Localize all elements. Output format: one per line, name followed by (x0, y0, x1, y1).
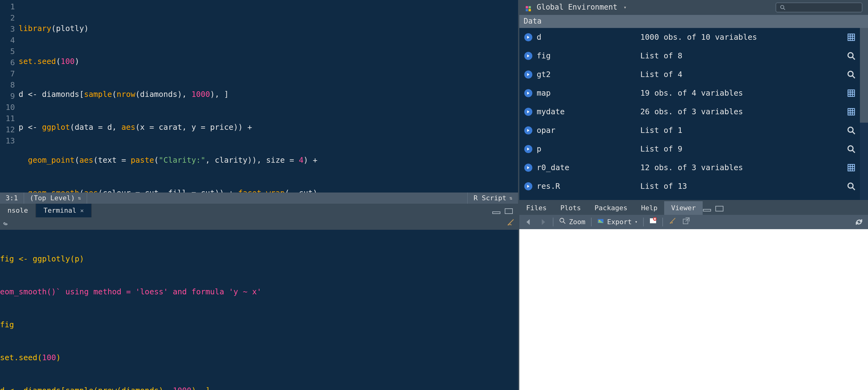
environment-scope-label[interactable]: Global Environment (537, 2, 617, 13)
spreadsheet-icon[interactable] (847, 89, 856, 98)
tab-viewer[interactable]: Viewer (664, 201, 702, 215)
svg-line-37 (852, 187, 855, 190)
export-label: Export (607, 217, 631, 227)
svg-rect-8 (848, 34, 855, 40)
console-token: and formula (168, 287, 229, 296)
back-icon[interactable] (524, 218, 533, 226)
inspect-icon[interactable] (847, 52, 856, 60)
code-token: (~ cut) (285, 189, 317, 193)
environment-row[interactable]: gt2List of 4 (519, 65, 860, 84)
expand-icon[interactable] (524, 33, 532, 41)
tab-label: nsole (7, 206, 28, 216)
status-language[interactable]: R Script⇅ (467, 193, 518, 204)
clear-viewer-icon[interactable] (669, 217, 677, 228)
tab-packages[interactable]: Packages (588, 201, 634, 215)
console-token: ( (37, 353, 42, 362)
environment-search[interactable] (776, 2, 862, 12)
maximize-pane-icon[interactable] (715, 205, 724, 211)
expand-icon[interactable] (524, 145, 532, 153)
chevron-down-icon: ▾ (635, 219, 637, 225)
console-output[interactable]: fig <- ggplotly(p) eom_smooth()` using m… (0, 230, 518, 390)
svg-rect-22 (848, 108, 855, 115)
environment-var-name: p (537, 143, 636, 154)
code-token: 1000 (191, 90, 210, 99)
environment-var-desc: List of 13 (640, 181, 843, 192)
console-tabbar: nsole Terminal × (0, 204, 518, 217)
svg-point-13 (848, 53, 853, 57)
environment-toolbar: Global Environment ▾ (519, 0, 868, 15)
environment-row[interactable]: d1000 obs. of 10 variables (519, 28, 860, 47)
editor-pane: 12345678910111213 library(plotly) set.se… (0, 0, 518, 204)
zoom-button[interactable]: Zoom (559, 217, 585, 227)
environment-row[interactable]: mydate26 obs. of 3 variables (519, 103, 860, 121)
inspect-icon[interactable] (847, 70, 856, 79)
console-token: (p) (70, 254, 84, 263)
code-token: "Clarity:" (159, 156, 206, 165)
code-token (19, 189, 28, 193)
maximize-pane-icon[interactable] (504, 207, 513, 214)
svg-point-6 (780, 5, 784, 9)
close-icon[interactable]: × (80, 206, 84, 215)
environment-scrollbar[interactable] (860, 28, 868, 200)
export-button[interactable]: Export ▾ (597, 217, 638, 227)
popout-viewer-icon[interactable] (682, 217, 690, 228)
expand-icon[interactable] (524, 164, 532, 172)
console-path-icon[interactable]: ↬ (3, 218, 8, 229)
code-token: (text = (93, 156, 131, 165)
inspect-icon[interactable] (847, 145, 856, 154)
tab-terminal[interactable]: Terminal × (36, 204, 92, 217)
spreadsheet-icon[interactable] (847, 163, 856, 172)
expand-icon[interactable] (524, 71, 532, 79)
inspect-icon[interactable] (847, 182, 856, 191)
environment-var-desc: List of 9 (640, 143, 843, 154)
status-scope[interactable]: (Top Level)⇅ (24, 193, 87, 204)
console-token: (diamonds), (117, 386, 173, 390)
svg-point-40 (560, 218, 564, 222)
console-pane: nsole Terminal × ↬ (0, 204, 518, 390)
spreadsheet-icon[interactable] (847, 107, 856, 116)
minimize-pane-icon[interactable] (492, 207, 501, 214)
expand-icon[interactable] (524, 182, 532, 190)
environment-row[interactable]: pList of 9 (519, 140, 860, 158)
code-token: (colour = cut, fill = cut)) + (98, 189, 238, 193)
environment-scope-icon[interactable] (525, 4, 532, 11)
environment-row[interactable]: figList of 8 (519, 47, 860, 65)
console-token: ( (93, 386, 98, 390)
clear-console-icon[interactable] (506, 218, 515, 229)
inspect-icon[interactable] (847, 126, 856, 135)
code-token: sample (84, 90, 112, 99)
expand-icon[interactable] (524, 127, 532, 135)
environment-row[interactable]: res.RList of 13 (519, 177, 860, 196)
tab-files[interactable]: Files (519, 201, 553, 215)
expand-icon[interactable] (524, 89, 532, 97)
tab-help[interactable]: Help (634, 201, 664, 215)
svg-rect-5 (529, 9, 531, 11)
environment-row[interactable]: r0_date12 obs. of 3 variables (519, 158, 860, 177)
expand-icon[interactable] (524, 52, 532, 60)
remove-viewer-icon[interactable] (649, 217, 657, 227)
minimize-pane-icon[interactable] (703, 205, 711, 211)
environment-row[interactable]: oparList of 1 (519, 121, 860, 140)
chevron-updown-icon: ⇅ (509, 195, 513, 201)
forward-icon[interactable] (538, 218, 547, 226)
environment-var-name: map (537, 88, 636, 99)
tab-plots[interactable]: Plots (553, 201, 588, 215)
editor-code[interactable]: library(plotly) set.seed(100) d <- diamo… (19, 0, 518, 193)
chevron-down-icon[interactable]: ▾ (624, 4, 627, 11)
tab-console[interactable]: nsole (0, 204, 36, 217)
environment-row[interactable]: map19 obs. of 4 variables (519, 84, 860, 103)
status-cursor-pos: 3:1 (0, 193, 24, 204)
svg-line-7 (783, 8, 785, 10)
environment-pane: Global Environment ▾ Data d1000 obs. of … (519, 0, 868, 201)
spreadsheet-icon[interactable] (847, 33, 856, 41)
refresh-icon[interactable] (855, 218, 863, 226)
environment-var-name: mydate (537, 106, 636, 117)
code-token: ) (75, 57, 80, 66)
environment-search-input[interactable] (788, 4, 867, 11)
gutter-line: 3 (1, 24, 15, 35)
svg-line-30 (852, 150, 855, 152)
expand-icon[interactable] (524, 108, 532, 116)
viewer-content[interactable] (519, 229, 868, 390)
environment-var-name: gt2 (537, 69, 636, 80)
environment-rows: d1000 obs. of 10 variablesfigList of 8gt… (519, 28, 860, 200)
